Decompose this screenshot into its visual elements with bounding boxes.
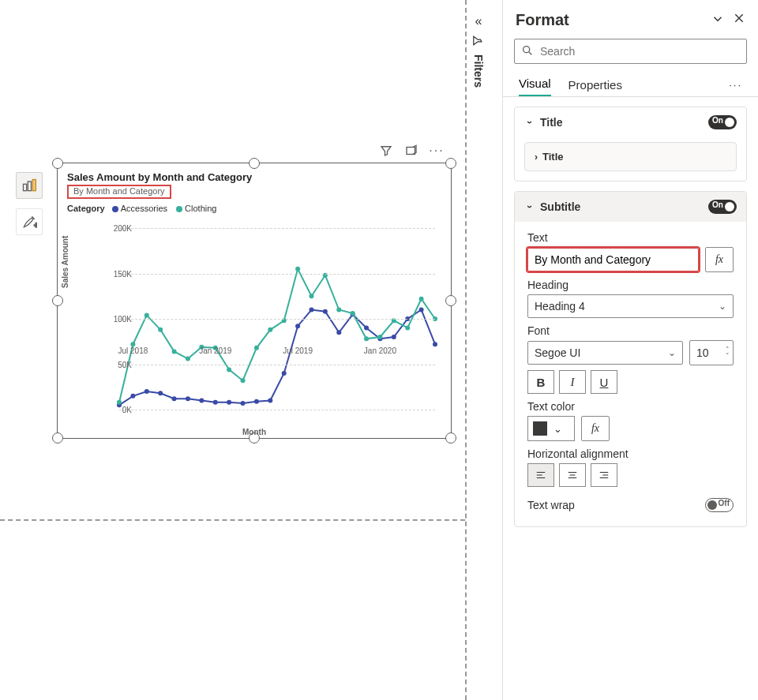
text-wrap-toggle[interactable]: Off <box>705 498 734 512</box>
title-subheader[interactable]: › Title <box>524 142 737 171</box>
svg-point-37 <box>227 367 231 372</box>
stepper-down-icon[interactable]: ˅ <box>726 353 730 359</box>
title-card-header[interactable]: › Title On <box>515 107 746 137</box>
title-toggle[interactable]: On <box>708 115 737 129</box>
heading-value: Heading 4 <box>535 300 585 313</box>
format-tabs: Visual Properties ··· <box>503 69 758 97</box>
chart-visual-container[interactable]: ··· Sales Amount by Month and Category B… <box>57 163 452 439</box>
subtitle-card-label: Subtitle <box>540 200 708 213</box>
align-left-button[interactable] <box>527 463 554 487</box>
italic-button[interactable]: I <box>559 370 586 394</box>
svg-text:+: + <box>34 221 37 230</box>
svg-point-12 <box>213 400 218 405</box>
svg-point-45 <box>336 308 341 313</box>
resize-handle[interactable] <box>249 158 260 169</box>
y-axis-label: Sales Amount <box>61 236 69 288</box>
title-card: › Title On › Title <box>514 107 747 182</box>
bold-button[interactable]: B <box>527 370 554 394</box>
subtitle-text-input[interactable] <box>527 248 699 271</box>
svg-point-31 <box>144 313 149 317</box>
font-family-value: Segoe UI <box>535 346 580 359</box>
heading-field-label: Heading <box>527 279 734 291</box>
svg-point-28 <box>433 342 437 346</box>
search-container[interactable] <box>514 39 747 64</box>
legend-item-label: Accessories <box>121 204 167 213</box>
svg-point-10 <box>186 396 190 401</box>
svg-point-38 <box>241 378 246 383</box>
svg-point-7 <box>144 389 149 394</box>
resize-handle[interactable] <box>445 295 456 306</box>
close-icon[interactable] <box>733 12 745 29</box>
canvas-right-edge <box>465 0 467 700</box>
search-icon <box>521 44 534 59</box>
canvas-bottom-edge <box>0 519 465 521</box>
resize-handle[interactable] <box>52 432 63 444</box>
svg-point-23 <box>364 326 369 331</box>
visual-header-actions: ··· <box>379 144 444 158</box>
format-pane-title: Format <box>516 11 711 29</box>
chevron-down-icon: ⌄ <box>719 301 726 312</box>
text-color-picker[interactable]: ⌄ <box>527 416 575 441</box>
text-wrap-label: Text wrap <box>527 499 575 511</box>
filter-icon[interactable] <box>379 144 393 158</box>
tab-visual[interactable]: Visual <box>519 72 551 97</box>
chart-plot-area <box>119 228 435 410</box>
svg-point-47 <box>364 336 369 341</box>
svg-point-20 <box>323 309 328 314</box>
svg-point-27 <box>419 308 424 313</box>
legend-item-label: Clothing <box>185 204 216 213</box>
fx-button[interactable]: fx <box>581 416 610 441</box>
resize-handle[interactable] <box>52 158 63 169</box>
svg-point-39 <box>254 346 259 350</box>
chart-legend: Category Accessories Clothing <box>58 202 451 213</box>
resize-handle[interactable] <box>52 295 63 306</box>
chevron-down-icon[interactable] <box>711 12 725 29</box>
focus-mode-icon[interactable] <box>404 144 418 158</box>
svg-point-51 <box>419 297 424 301</box>
svg-point-25 <box>392 335 396 339</box>
expand-filters-icon[interactable]: « <box>475 14 482 28</box>
canvas-side-toolbar: + <box>16 172 43 235</box>
subtitle-toggle[interactable]: On <box>708 200 737 214</box>
subtitle-card-header[interactable]: › Subtitle On <box>515 192 746 222</box>
font-size-stepper[interactable]: 10 ˄˅ <box>689 340 734 365</box>
font-size-value: 10 <box>696 346 709 359</box>
format-pane: Format Visual Properties ··· › Title On <box>502 0 758 700</box>
align-right-button[interactable] <box>591 463 617 487</box>
more-options-icon[interactable]: ··· <box>430 144 444 158</box>
chevron-down-icon: › <box>524 201 535 212</box>
search-input[interactable] <box>540 43 740 60</box>
align-center-button[interactable] <box>559 463 586 487</box>
tabs-more-icon[interactable]: ··· <box>729 79 742 91</box>
chevron-down-icon: ⌄ <box>668 347 676 358</box>
underline-button[interactable]: U <box>591 370 617 394</box>
resize-handle[interactable] <box>445 432 456 444</box>
visualizations-side-button[interactable] <box>16 172 43 199</box>
filters-collapsed-tab[interactable]: « Filters <box>472 14 485 88</box>
fx-button[interactable]: fx <box>705 247 734 272</box>
chart-subtitle: By Month and Category <box>67 185 171 199</box>
color-swatch-preview <box>533 421 547 436</box>
svg-point-13 <box>227 400 231 405</box>
chevron-down-icon: ⌄ <box>553 423 562 435</box>
svg-point-8 <box>158 391 163 395</box>
svg-point-16 <box>268 399 272 403</box>
tab-properties[interactable]: Properties <box>568 73 622 96</box>
format-pane-header: Format <box>503 0 758 34</box>
resize-handle[interactable] <box>445 158 456 169</box>
heading-select[interactable]: Heading 4 ⌄ <box>527 294 734 318</box>
svg-rect-1 <box>28 182 31 191</box>
font-family-select[interactable]: Segoe UI ⌄ <box>527 341 683 365</box>
svg-point-29 <box>117 400 122 405</box>
format-scroll-area[interactable]: › Title On › Title › Subtitle On Text <box>503 97 758 700</box>
svg-point-17 <box>282 371 287 376</box>
svg-point-6 <box>130 394 135 399</box>
text-color-label: Text color <box>527 400 734 413</box>
subtitle-card: › Subtitle On Text fx Heading Heading 4 … <box>514 191 747 527</box>
svg-point-33 <box>172 349 177 354</box>
filter-icon <box>471 35 486 47</box>
svg-point-43 <box>309 294 313 298</box>
svg-point-21 <box>336 330 341 335</box>
svg-point-11 <box>199 399 204 403</box>
format-side-button[interactable]: + <box>16 208 43 235</box>
